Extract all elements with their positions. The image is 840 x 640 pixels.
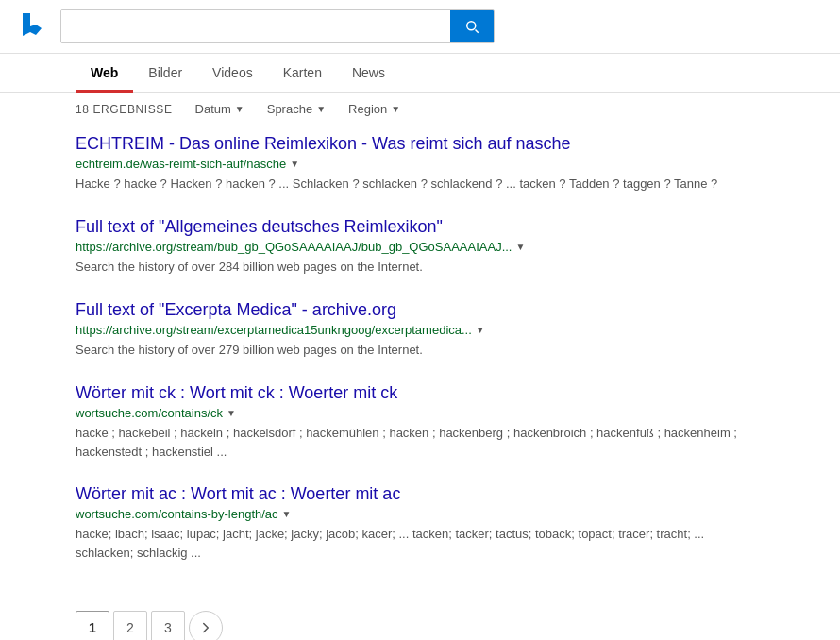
nav-tabs: Web Bilder Videos Karten News [0, 54, 840, 93]
result-title[interactable]: Full text of "Allgemeines deutsches Reim… [76, 217, 443, 236]
result-title[interactable]: Wörter mit ck : Wort mit ck : Woerter mi… [76, 383, 397, 402]
result-url-text: echtreim.de/was-reimt-sich-auf/nasche [76, 157, 286, 171]
result-url: wortsuche.com/contains-by-length/ac ▼ [76, 507, 764, 521]
sprache-label: Sprache [267, 102, 312, 116]
page-1-button[interactable]: 1 [76, 611, 109, 640]
region-filter[interactable]: Region ▼ [348, 102, 400, 116]
tab-bilder[interactable]: Bilder [133, 54, 197, 92]
result-title[interactable]: ECHTREIM - Das online Reimlexikon - Was … [76, 134, 571, 153]
results-container: ECHTREIM - Das online Reimlexikon - Was … [0, 126, 840, 592]
sprache-filter[interactable]: Sprache ▼ [267, 102, 326, 116]
url-dropdown-icon[interactable]: ▼ [290, 159, 299, 169]
url-dropdown-icon[interactable]: ▼ [515, 242, 525, 252]
tab-karten[interactable]: Karten [268, 54, 337, 92]
search-input[interactable]: schlackentackenhacke [61, 10, 450, 42]
result-item: Full text of "Allgemeines deutsches Reim… [76, 216, 764, 277]
result-url-text: https://archive.org/stream/bub_gb_QGoSAA… [76, 240, 512, 254]
results-count: 18 ERGEBNISSE [76, 103, 173, 116]
result-title[interactable]: Wörter mit ac : Wort mit ac : Woerter mi… [76, 484, 400, 503]
search-button[interactable] [450, 10, 494, 42]
tab-news[interactable]: News [337, 54, 400, 92]
header: schlackentackenhacke [0, 0, 840, 54]
result-snippet: Hacke ? hacke ? Hacken ? hacken ? ... Sc… [76, 175, 764, 194]
result-item: ECHTREIM - Das online Reimlexikon - Was … [76, 133, 764, 194]
datum-label: Datum [195, 102, 231, 116]
result-url: https://archive.org/stream/bub_gb_QGoSAA… [76, 240, 764, 254]
result-url-text: wortsuche.com/contains/ck [76, 406, 223, 420]
result-snippet: Search the history of over 279 billion w… [76, 341, 764, 360]
result-item: Wörter mit ac : Wort mit ac : Woerter mi… [76, 483, 764, 562]
url-dropdown-icon[interactable]: ▼ [227, 408, 236, 418]
bing-logo [15, 9, 49, 43]
next-page-button[interactable] [189, 611, 223, 640]
result-url: wortsuche.com/contains/ck ▼ [76, 406, 764, 420]
result-url: https://archive.org/stream/excerptamedic… [76, 323, 764, 337]
page-2-button[interactable]: 2 [113, 611, 147, 640]
search-bar: schlackentackenhacke [60, 9, 495, 43]
search-icon [463, 18, 480, 35]
results-meta: 18 ERGEBNISSE Datum ▼ Sprache ▼ Region ▼ [0, 93, 840, 126]
url-dropdown-icon[interactable]: ▼ [282, 509, 292, 519]
result-item: Wörter mit ck : Wort mit ck : Woerter mi… [76, 382, 764, 461]
pagination: 1 2 3 [0, 592, 840, 640]
result-snippet: Search the history of over 284 billion w… [76, 258, 764, 277]
result-url: echtreim.de/was-reimt-sich-auf/nasche ▼ [76, 157, 764, 171]
url-dropdown-icon[interactable]: ▼ [476, 325, 485, 335]
region-arrow-icon: ▼ [391, 104, 400, 114]
result-url-text: wortsuche.com/contains-by-length/ac [76, 507, 278, 521]
tab-videos[interactable]: Videos [197, 54, 268, 92]
sprache-arrow-icon: ▼ [316, 104, 326, 114]
next-page-icon [197, 619, 214, 636]
result-item: Full text of "Excerpta Medica" - archive… [76, 299, 764, 360]
datum-filter[interactable]: Datum ▼ [195, 102, 244, 116]
result-title[interactable]: Full text of "Excerpta Medica" - archive… [76, 300, 396, 319]
region-label: Region [348, 102, 387, 116]
tab-web[interactable]: Web [76, 54, 133, 92]
result-url-text: https://archive.org/stream/excerptamedic… [76, 323, 472, 337]
page-3-button[interactable]: 3 [151, 611, 185, 640]
result-snippet: hacke; ibach; isaac; iupac; jacht; jacke… [76, 525, 764, 562]
result-snippet: hacke ; hackebeil ; häckeln ; hackelsdor… [76, 424, 764, 461]
datum-arrow-icon: ▼ [235, 104, 244, 114]
